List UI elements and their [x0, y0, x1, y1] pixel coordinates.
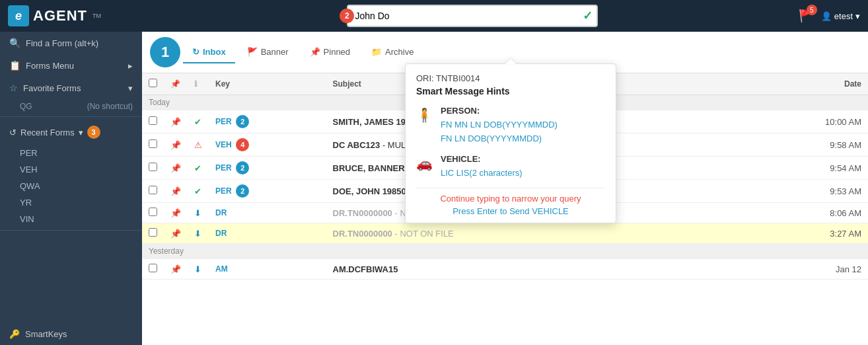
row-subject[interactable]: DR.TN0000000 - NOT ON FILE [326, 223, 745, 244]
row-checkbox[interactable] [149, 116, 157, 125]
tab-banner[interactable]: 🚩 Banner [238, 42, 298, 63]
pin-icon[interactable]: 📌 [164, 223, 188, 244]
tab-inbox-label: Inbox [203, 47, 226, 57]
row-date: 10:00 AM [745, 110, 868, 134]
table-row: 📌 ⬇ DR DR.TN0000000 - NOT ON FILE 3:27 A… [142, 223, 868, 244]
search-container: ✓ [347, 5, 598, 27]
row-subject[interactable]: AM.DCFBIWA15 [326, 259, 745, 280]
col-key: Key [209, 73, 326, 95]
col-pin: 📌 [164, 73, 188, 95]
row-date: Jan 12 [745, 259, 868, 280]
favorite-forms-label: Favorite Forms [23, 83, 81, 93]
row-checkbox[interactable] [149, 228, 157, 237]
recent-forms-icon: ↺ [9, 128, 17, 137]
row-type: AM [209, 259, 326, 280]
forms-menu-label: Forms Menu [26, 61, 74, 71]
person-icon: 🧍 [416, 107, 433, 123]
sidebar-item-recent-forms[interactable]: ↺ Recent Forms ▾ 3 [0, 120, 142, 145]
col-checkbox [142, 73, 164, 95]
popup-vehicle-hints: LIC LIS(2 characters) [441, 167, 523, 180]
pin-icon[interactable]: 📌 [164, 180, 188, 203]
forms-menu-arrow: ▸ [128, 61, 133, 71]
row-type: PER 2 [209, 157, 326, 180]
tab-archive-label: Archive [385, 47, 414, 57]
sidebar-recent-qwa[interactable]: QWA [0, 178, 142, 194]
popup-vehicle-label: VEHICLE: [441, 154, 523, 164]
sidebar-recent-per[interactable]: PER [0, 145, 142, 161]
popup-person-label: PERSON: [441, 106, 558, 116]
status-icon: ✔ [188, 180, 209, 203]
tab-pinned[interactable]: 📌 Pinned [301, 42, 359, 63]
sidebar-item-smartkeys[interactable]: 🔑 SmartKeys [0, 323, 142, 345]
favorite-forms-icon: ☆ [9, 83, 18, 93]
smart-message-popup: ORI: TNTBI0014 Smart Message Hints 🧍 PER… [405, 63, 616, 223]
main-area: 🔍 Find a Form (alt+k) 📋 Forms Menu ▸ ☆ F… [0, 32, 868, 345]
sidebar-item-find-form[interactable]: 🔍 Find a Form (alt+k) [0, 32, 142, 54]
sidebar-recent-vin[interactable]: VIN [0, 211, 142, 227]
row-date: 9:54 AM [745, 157, 868, 180]
main-content: 1 ↻ Inbox 🚩 Banner 📌 Pinned 📁 Archive [142, 32, 868, 345]
app-wrapper: e AGENTTM 2 ✓ 🚩 5 👤 etest ▾ [0, 0, 868, 345]
status-icon: ⬇ [188, 203, 209, 223]
row-checkbox[interactable] [149, 208, 157, 216]
popup-arrow [505, 59, 516, 64]
row-checkbox[interactable] [149, 264, 157, 272]
popup-title: Smart Message Hints [416, 86, 605, 96]
sidebar-recent-yr[interactable]: YR [0, 194, 142, 211]
row-checkbox[interactable] [149, 163, 157, 171]
shortcut-row: QG (No shortcut) [0, 99, 142, 114]
pin-icon[interactable]: 📌 [164, 203, 188, 223]
app-name: AGENT [33, 7, 87, 24]
row-date: 9:58 AM [745, 134, 868, 157]
popup-continue-text: Continue typing to narrow your query [416, 194, 605, 204]
section-yesterday: Yesterday [142, 244, 868, 259]
status-icon: ✔ [188, 110, 209, 134]
shortcut-value: (No shortcut) [87, 102, 133, 111]
select-all-checkbox[interactable] [149, 79, 157, 87]
find-form-label: Find a Form (alt+k) [26, 38, 98, 48]
pin-icon[interactable]: 📌 [164, 110, 188, 134]
shortcut-key: QG [20, 102, 32, 111]
right-area: 🚩 5 👤 etest ▾ [799, 9, 860, 23]
popup-enter-button[interactable]: Press Enter to Send VEHICLE [416, 206, 605, 216]
pin-icon[interactable]: 📌 [164, 259, 188, 280]
sidebar-item-forms-menu[interactable]: 📋 Forms Menu ▸ [0, 54, 142, 77]
user-dropdown-icon: ▾ [855, 11, 860, 21]
status-icon: ⬇ [188, 223, 209, 244]
logo-icon: e [8, 5, 29, 26]
sidebar-item-favorite-forms[interactable]: ☆ Favorite Forms ▾ [0, 77, 142, 99]
popup-ori: ORI: TNTBI0014 [416, 73, 605, 83]
status-icon: ✔ [188, 157, 209, 180]
recent-forms-label: Recent Forms [20, 128, 75, 137]
col-date: Date [745, 73, 868, 95]
tab-banner-label: Banner [261, 47, 289, 57]
row-type: PER 2 [209, 180, 326, 203]
pin-icon[interactable]: 📌 [164, 134, 188, 157]
status-icon: ⬇ [188, 259, 209, 280]
recent-forms-arrow: ▾ [79, 128, 83, 137]
search-input[interactable] [347, 5, 598, 27]
row-checkbox[interactable] [149, 139, 157, 148]
row-type: DR [209, 203, 326, 223]
search-confirm-icon: ✓ [583, 9, 593, 23]
sidebar-recent-veh[interactable]: VEH [0, 161, 142, 178]
user-menu-button[interactable]: 👤 etest ▾ [821, 11, 860, 21]
pinned-icon: 📌 [310, 47, 320, 57]
tab-archive[interactable]: 📁 Archive [362, 42, 423, 63]
row-type: VEH 4 [209, 134, 326, 157]
trademark: TM [92, 13, 101, 19]
recent-forms-badge: 3 [87, 126, 100, 139]
banner-icon: 🚩 [247, 47, 258, 57]
logo-area: e AGENTTM [8, 5, 147, 26]
row-date: 3:27 AM [745, 223, 868, 244]
status-icon: ⚠ [188, 134, 209, 157]
tab-pinned-label: Pinned [324, 47, 350, 57]
pin-icon[interactable]: 📌 [164, 157, 188, 180]
row-checkbox[interactable] [149, 186, 157, 194]
notification-button[interactable]: 🚩 5 [799, 9, 813, 23]
notification-badge: 5 [807, 5, 817, 15]
popup-footer: Continue typing to narrow your query Pre… [416, 194, 605, 216]
tab-inbox[interactable]: ↻ Inbox [183, 42, 235, 63]
smartkeys-icon: 🔑 [9, 329, 20, 339]
forms-menu-icon: 📋 [9, 60, 20, 71]
